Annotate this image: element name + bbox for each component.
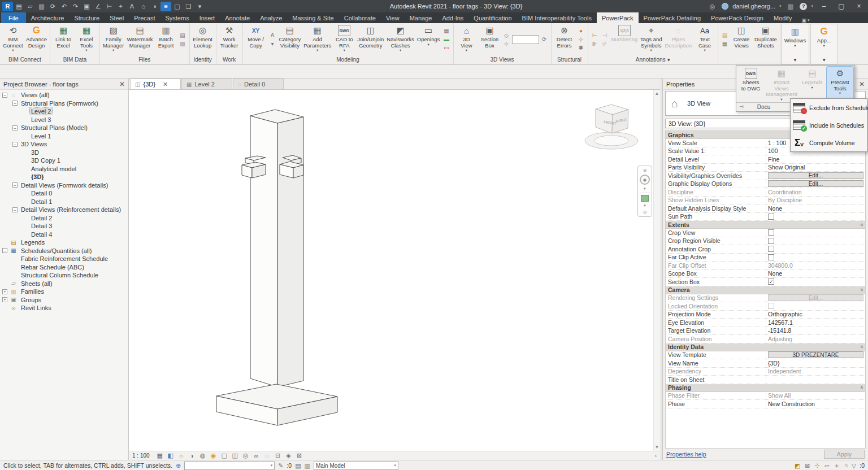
tree-item-level-1[interactable]: Level 1 <box>0 132 128 141</box>
view-template-button[interactable]: 3D PREZENTARE <box>768 351 863 358</box>
ribbon-button-3d-view[interactable]: ⌂3D View▾ <box>455 24 478 55</box>
ribbon-button-openings[interactable]: ▭Openings▾ <box>416 24 441 55</box>
thin-lines-icon[interactable]: ≡ <box>160 2 171 11</box>
tree-expand-icon[interactable]: – <box>12 142 18 147</box>
ribbon-button-text-case[interactable]: AaText Case▾ <box>693 24 716 55</box>
show-hidden-lines-value[interactable]: By Discipline <box>768 197 802 203</box>
grid2-icon[interactable]: ▦ <box>721 40 729 47</box>
select-pinned-icon[interactable]: ⊹ <box>814 462 819 469</box>
tree-expand-icon[interactable]: – <box>12 125 18 130</box>
tree-item-families[interactable]: +▥Families <box>0 288 128 296</box>
tree-item-rebar-schedule-abc[interactable]: Rebar Schedule (ABC) <box>0 263 128 272</box>
flyout-button-sheets-to-dwg[interactable]: DWGSheets to DWG <box>737 67 764 101</box>
help-menu-arrow[interactable]: ▾ <box>811 4 813 8</box>
default-analysis-display-style-value[interactable]: None <box>768 205 782 212</box>
minimize-button[interactable]: – <box>817 2 831 10</box>
tree-expand-icon[interactable]: + <box>2 297 7 302</box>
ribbon-tab-collaborate[interactable]: Collaborate <box>339 12 381 23</box>
view-tab-level-2[interactable]: ▦Level 2 <box>181 79 232 89</box>
ribbon-button-category-visibility[interactable]: ▤Category Visibility <box>278 24 302 55</box>
ribbon-button-detect-errors[interactable]: ⊗Detect Errors <box>553 24 576 55</box>
lock-3d-view-icon[interactable]: ⊠ <box>296 452 303 459</box>
tree-item-detail-2[interactable]: Detail 2 <box>0 214 128 223</box>
editable-only-icon[interactable]: ✎ <box>278 462 283 469</box>
ribbon-tab-add-ins[interactable]: Add-Ins <box>437 12 468 23</box>
panel-pin-icon[interactable]: ⊣ <box>739 104 744 110</box>
thin-grid-icon[interactable]: ▦ <box>156 452 164 459</box>
zoom-menu-arrow[interactable]: ▾ <box>644 203 646 208</box>
properties-help-link[interactable]: Properties help <box>666 451 706 458</box>
view-scale-value[interactable]: 1 : 100 <box>768 140 786 146</box>
app-store-icon[interactable]: ▥ <box>785 2 796 11</box>
dot-orange-icon[interactable]: ● <box>577 27 585 34</box>
collapse-chevron-icon[interactable]: « <box>858 345 864 348</box>
ribbon-button-numbering[interactable]: 1|2|3Numbering <box>610 24 639 55</box>
section-box-checkbox[interactable]: ✓ <box>768 278 774 285</box>
reveal-hidden-elements-icon[interactable]: ∞ <box>253 452 261 459</box>
measure-icon[interactable]: ∠ <box>93 2 103 11</box>
ribbon-tab-precast[interactable]: Precast <box>129 12 160 23</box>
page-icon[interactable]: ▤ <box>179 32 187 39</box>
tree-item-structural-column-schedule[interactable]: Structural Column Schedule <box>0 271 128 280</box>
ribbon-tab-massing-site[interactable]: Massing & Site <box>287 12 338 23</box>
visibility-graphics-overrides-button[interactable]: Edit... <box>768 172 863 179</box>
restore-button[interactable]: ▢ <box>835 2 848 10</box>
flyout-button-precast-tools[interactable]: ⚙Precast Tools▾ <box>827 67 853 101</box>
pin-icon[interactable]: ⊹ <box>502 40 511 47</box>
filter-icon[interactable]: ▽ <box>852 462 856 469</box>
ribbon-button-excel-tools[interactable]: ▦Excel Tools▾ <box>75 24 98 55</box>
ribbon-tab-powerpack-detailing[interactable]: PowerPack Detailing <box>639 12 706 23</box>
sun-path-checkbox[interactable] <box>768 214 774 220</box>
scope-box-value[interactable]: None <box>768 270 782 277</box>
ribbon-button-pipes-description[interactable]: ◌Pipes Description <box>664 24 693 55</box>
annotation-crop-checkbox[interactable] <box>768 246 774 252</box>
navbar-options-icon[interactable]: ⊖ <box>643 210 647 215</box>
crop-off-icon[interactable]: ▢ <box>220 452 228 459</box>
tree-item-revit-links[interactable]: ∞Revit Links <box>0 304 128 312</box>
show-rendering-icon[interactable]: ◍ <box>199 452 207 459</box>
collapse-chevron-icon[interactable]: « <box>858 288 864 291</box>
save-icon[interactable]: ▥ <box>36 2 47 11</box>
aligned-dimension-icon[interactable]: ⊢ <box>104 2 115 11</box>
ribbon-tab-powerpack[interactable]: PowerPack <box>597 12 639 23</box>
ribbon-button-advance-design[interactable]: GAdvance Design <box>25 24 48 55</box>
tagA-icon[interactable]: A <box>268 32 277 39</box>
tree-expand-icon[interactable]: – <box>2 248 7 253</box>
text-icon[interactable]: A <box>127 2 137 11</box>
view-tab-3d[interactable]: ◫{3D}✕ <box>130 79 181 89</box>
tree-expand-icon[interactable]: – <box>12 182 18 188</box>
ribbon-button-join-unjoin-geometry[interactable]: ◫Join/Unjoin Geometry <box>356 24 385 55</box>
panel-dropdown-arrow-icon[interactable]: ▾ <box>793 55 796 64</box>
revit-logo-icon[interactable]: R <box>2 2 13 11</box>
ribbon-button-move-copy[interactable]: XYMove / Copy <box>245 24 267 55</box>
ribbon-tab-analyze[interactable]: Analyze <box>255 12 287 23</box>
dim3-icon[interactable]: ⊣ <box>601 32 609 39</box>
temporary-hide-isolate-icon[interactable]: ◌ <box>263 452 271 459</box>
ribbon-tab-powerpack-design[interactable]: PowerPack Design <box>706 12 769 23</box>
discipline-value[interactable]: Coordination <box>768 189 802 195</box>
worksharing-display-icon[interactable]: ◎ <box>242 452 250 459</box>
tree-item-legends[interactable]: ▤Legends <box>0 238 128 247</box>
tree-item-fabric-reinforcement-schedule[interactable]: Fabric Reinforcement Schedule <box>0 255 128 263</box>
ribbon-button-link-to-excel[interactable]: ▦Link to Excel <box>52 24 75 55</box>
ribbon-button-create-views[interactable]: ◫Create Views <box>730 24 753 55</box>
ribbon-tab-quantification[interactable]: Quantification <box>468 12 517 23</box>
ribbon-tab-systems[interactable]: Systems <box>160 12 194 23</box>
pin2-icon[interactable]: ⊹ <box>577 36 585 43</box>
sync-icon[interactable]: ⟳ <box>47 2 58 11</box>
menu-item-exclude-from-schedules[interactable]: −Exclude from Schedules <box>791 99 867 116</box>
far-clip-active-checkbox[interactable] <box>768 254 774 260</box>
tree-item-3d[interactable]: 3D <box>0 149 128 157</box>
flyout-button-impact-views-management[interactable]: ▦Impact Views Management▾ <box>765 67 797 101</box>
burst-icon[interactable]: ✱ <box>577 44 585 51</box>
ribbon-button-navisworks-clashes[interactable]: ◩Navisworks Clashes▾ <box>385 24 415 55</box>
tree-item-level-3[interactable]: Level 3 <box>0 116 128 124</box>
open-file-icon[interactable]: ▱ <box>25 2 36 11</box>
zoom-region-icon[interactable] <box>641 195 649 202</box>
background-processes-icon[interactable]: ○ <box>844 462 848 469</box>
project-browser-close-icon[interactable]: ✕ <box>119 80 125 88</box>
ribbon-button-windows[interactable]: ▥Windows▾ <box>783 25 808 55</box>
tree-item-detail-views-reinforcement-details[interactable]: –Detail Views (Reinforcement details) <box>0 206 128 214</box>
reveal-hidden-lines-icon[interactable]: ◉ <box>210 452 218 459</box>
scroll-up-icon[interactable]: ▲ <box>655 91 659 96</box>
